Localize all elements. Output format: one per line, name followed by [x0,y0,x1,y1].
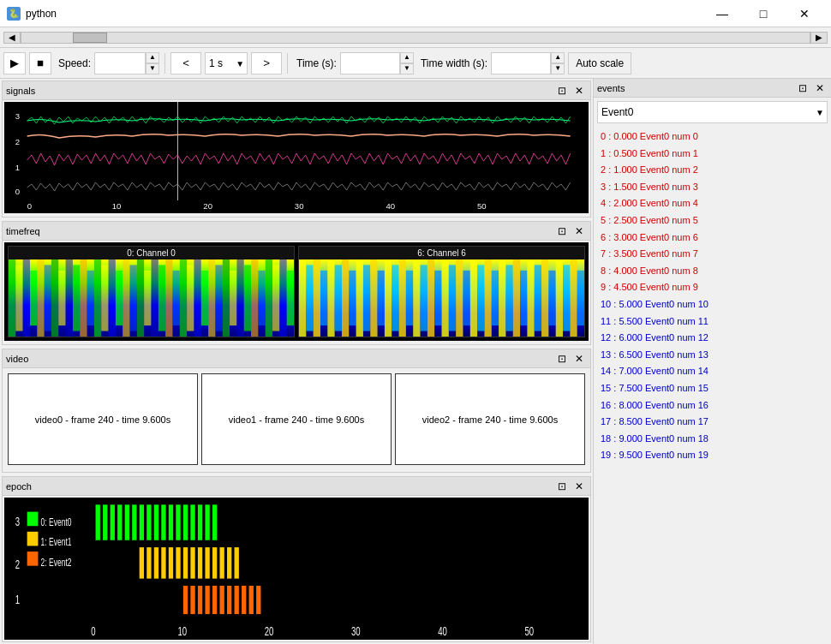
time-width-spinner: 60 ▲ ▼ [491,52,565,75]
event-list-item[interactable]: 11 : 5.500 Event0 num 11 [594,313,831,331]
svg-rect-113 [111,504,115,540]
svg-rect-116 [132,504,136,540]
svg-text:10: 10 [112,202,122,211]
interval-select[interactable]: 1 s [205,52,248,75]
svg-rect-23 [73,265,80,331]
events-dropdown-container: Event0 ▼ [597,101,828,123]
signals-float-button[interactable]: ⊡ [554,84,570,98]
event-list-item[interactable]: 1 : 0.500 Event0 num 1 [594,146,831,163]
epoch-close-button[interactable]: ✕ [571,480,587,493]
svg-text:3: 3 [15,515,20,529]
svg-rect-131 [161,547,165,579]
title-bar-left: 🐍 python [7,7,57,21]
video-float-button[interactable]: ⊡ [554,352,570,366]
scrollbar-track[interactable] [21,32,810,44]
play-button[interactable]: ▶ [3,52,26,75]
prev-button[interactable]: < [170,52,201,75]
event-list-item[interactable]: 6 : 3.000 Event0 num 6 [594,230,831,247]
title-bar: 🐍 python — □ ✕ [0,0,831,27]
svg-rect-32 [137,259,144,337]
svg-text:10: 10 [177,624,187,639]
event-list-item[interactable]: 0 : 0.000 Event0 num 0 [594,128,831,146]
event-list-item[interactable]: 4 : 2.000 Event0 num 4 [594,195,831,212]
event-list-item[interactable]: 3 : 1.500 Event0 num 3 [594,179,831,196]
svg-rect-140 [227,547,231,579]
svg-rect-137 [205,547,209,579]
event-list-item[interactable]: 15 : 7.500 Event0 num 15 [594,380,831,397]
events-float-button[interactable]: ⊡ [795,81,810,95]
svg-rect-75 [399,259,406,337]
events-close-button[interactable]: ✕ [812,81,828,95]
signals-close-button[interactable]: ✕ [571,84,587,98]
svg-rect-139 [219,547,224,579]
svg-rect-65 [327,259,334,337]
svg-rect-31 [130,265,137,331]
event-list-item[interactable]: 17 : 8.500 Event0 num 17 [594,414,831,431]
svg-rect-144 [198,586,202,614]
video-close-button[interactable]: ✕ [571,352,587,366]
minimize-button[interactable]: — [702,3,742,24]
speed-down-arrow[interactable]: ▼ [146,63,159,75]
main-layout: signals ⊡ ✕ 3 2 1 0 [0,79,831,644]
svg-rect-136 [198,547,202,579]
stop-button[interactable]: ■ [29,52,51,75]
timefreq-close-button[interactable]: ✕ [571,224,587,238]
svg-text:0: 0 [27,202,32,211]
timefreq-channel0-title: 0: Channel 0 [9,247,294,259]
svg-rect-76 [406,271,413,325]
close-button[interactable]: ✕ [785,3,824,24]
timefreq-float-button[interactable]: ⊡ [554,224,570,238]
scroll-right-button[interactable]: ▶ [810,32,828,44]
event-list-item[interactable]: 13 : 6.500 Event0 num 13 [594,347,831,364]
scroll-left-button[interactable]: ◀ [3,32,21,44]
svg-text:20: 20 [203,202,212,211]
time-width-up-arrow[interactable]: ▲ [551,52,565,63]
events-select[interactable]: Event0 [597,101,828,123]
svg-rect-94 [535,265,541,331]
svg-rect-150 [242,586,246,614]
time-width-down-arrow[interactable]: ▼ [551,63,565,75]
separator1 [164,53,165,74]
event-list-item[interactable]: 8 : 4.000 Event0 num 8 [594,263,831,280]
svg-text:0: 0 [91,624,95,639]
event-list-item[interactable]: 19 : 9.500 Event0 num 19 [594,447,831,464]
time-up-arrow[interactable]: ▲ [400,52,414,63]
epoch-float-button[interactable]: ⊡ [554,480,570,493]
epoch-section: epoch ⊡ ✕ 3 2 1 0: Event0 1: Event [2,476,591,642]
event-list-item[interactable]: 9 : 4.500 Event0 num 9 [594,279,831,296]
speed-input[interactable]: 1 [94,52,146,75]
window-controls: — □ ✕ [702,3,824,24]
svg-rect-121 [169,504,173,540]
svg-rect-127 [212,504,217,540]
svg-rect-78 [421,265,427,331]
event-list-item[interactable]: 5 : 2.500 Event0 num 5 [594,212,831,230]
speed-up-arrow[interactable]: ▲ [146,52,159,63]
scrollbar-thumb[interactable] [73,33,107,43]
auto-scale-button[interactable]: Auto scale [568,52,631,75]
event-list-item[interactable]: 7 : 3.500 Event0 num 7 [594,246,831,263]
svg-rect-135 [190,547,194,579]
svg-rect-86 [477,265,484,331]
event-list-item[interactable]: 18 : 9.000 Event0 num 18 [594,431,831,448]
event-list-item[interactable]: 10 : 5.000 Event0 num 10 [594,296,831,313]
time-input[interactable]: 9.6 [340,52,400,75]
svg-rect-130 [154,547,158,579]
svg-rect-124 [190,504,194,540]
event-list-item[interactable]: 12 : 6.000 Event0 num 12 [594,330,831,347]
next-button[interactable]: > [251,52,282,75]
svg-rect-95 [541,259,548,337]
event-list-item[interactable]: 16 : 8.000 Event0 num 16 [594,397,831,414]
svg-rect-83 [456,259,463,337]
timefreq-section: timefreq ⊡ ✕ 0: Channel 0 [2,221,591,345]
svg-rect-122 [176,504,180,540]
speed-label: Speed: [58,57,91,69]
svg-rect-28 [109,259,116,337]
event-list-item[interactable]: 14 : 7.000 Event0 num 14 [594,363,831,380]
maximize-button[interactable]: □ [744,3,783,24]
video-canvas: video0 - frame 240 - time 9.600s video1 … [4,370,589,468]
time-width-input[interactable]: 60 [491,52,551,75]
video-header: video ⊡ ✕ [3,349,590,368]
time-down-arrow[interactable]: ▼ [400,63,414,75]
event-list-item[interactable]: 2 : 1.000 Event0 num 2 [594,162,831,179]
svg-text:30: 30 [295,202,304,211]
